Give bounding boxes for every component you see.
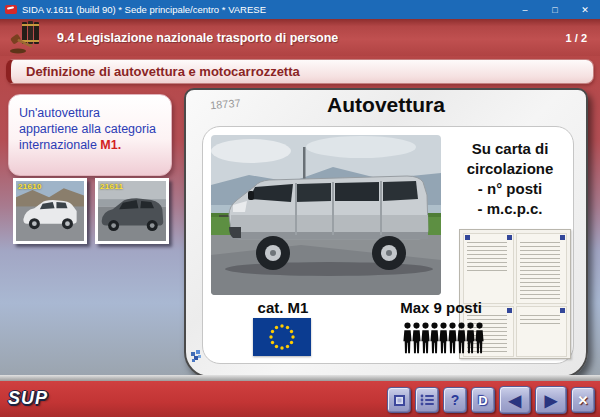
- window-title: SIDA v.1611 (build 90) * Sede principale…: [22, 4, 266, 15]
- close-icon: ✕: [578, 393, 589, 408]
- stop-button[interactable]: [387, 387, 411, 413]
- next-arrow-icon: ▶: [545, 391, 557, 410]
- title-bar: SIDA v.1611 (build 90) * Sede principale…: [0, 0, 600, 19]
- close-window-icon[interactable]: ✕: [570, 0, 600, 19]
- doc-quadrant: [516, 233, 567, 304]
- thumbnail-car-gray[interactable]: 21611: [95, 178, 169, 244]
- maximize-icon[interactable]: □: [540, 0, 570, 19]
- list-icon: [420, 394, 434, 406]
- stop-square-icon: [394, 395, 405, 406]
- footer-bar: SUP ? D ◀: [0, 381, 600, 417]
- slide-panel: 18737 Autovettura: [184, 88, 588, 378]
- lesson-title: 9.4 Legislazione nazionale trasporto di …: [57, 19, 338, 56]
- info-line: circolazione: [447, 159, 573, 179]
- info-line: - n° posti: [447, 179, 573, 199]
- prev-arrow-icon: ◀: [509, 391, 521, 410]
- slide-title: Autovettura: [186, 93, 586, 117]
- thumbnail-car-white[interactable]: 21610: [13, 178, 87, 244]
- lesson-header: 9.4 Legislazione nazionale trasporto di …: [0, 19, 600, 56]
- info-line: - m.c.p.c.: [447, 199, 573, 219]
- slide-content-box: Su carta di circolazione - n° posti - m.…: [202, 126, 574, 364]
- registration-info-text: Su carta di circolazione - n° posti - m.…: [447, 139, 573, 219]
- person-silhouette-icon: [474, 319, 485, 357]
- help-icon: ?: [451, 392, 460, 408]
- eu-flag-icon: [253, 318, 311, 356]
- footer-buttons: ? D ◀ ▶ ✕: [387, 386, 595, 414]
- gavel-law-icon: [9, 20, 49, 59]
- sidebar-note: Un'autovettura appartiene alla categoria…: [8, 94, 172, 176]
- d-letter-icon: D: [478, 393, 487, 408]
- sida-app-icon: [5, 5, 17, 14]
- note-highlight: M1.: [100, 138, 121, 152]
- page-indicator: 1 / 2: [566, 19, 587, 56]
- thumbnail-number: 21610: [18, 182, 42, 191]
- category-label: cat. M1: [221, 299, 345, 316]
- info-line: Su carta di: [447, 139, 573, 159]
- content-stage: Definizione di autovettura e motocarrozz…: [0, 56, 600, 381]
- note-text: Un'autovettura appartiene alla categoria…: [19, 106, 156, 152]
- application-window: SIDA v.1611 (build 90) * Sede principale…: [0, 0, 600, 417]
- window-controls: – □ ✕: [510, 0, 600, 19]
- max-seats-label: Max 9 posti: [353, 299, 529, 316]
- seat-silhouettes: [355, 319, 531, 359]
- sup-logo: SUP: [8, 388, 48, 409]
- sidebar-thumbnails: 21610 21611: [13, 178, 169, 244]
- minimize-icon[interactable]: –: [510, 0, 540, 19]
- panel-watermark-icon: [190, 348, 203, 367]
- doc-quadrant: [463, 233, 514, 304]
- previous-slide-button[interactable]: ◀: [499, 386, 531, 414]
- minivan-photo: [211, 135, 441, 295]
- thumbnail-number: 21611: [100, 182, 123, 191]
- index-button[interactable]: [415, 387, 439, 413]
- slide-subtitle-bar: Definizione di autovettura e motocarrozz…: [6, 59, 594, 84]
- next-slide-button[interactable]: ▶: [535, 386, 567, 414]
- exit-button[interactable]: ✕: [571, 387, 595, 413]
- definitions-button[interactable]: D: [471, 387, 495, 413]
- help-button[interactable]: ?: [443, 387, 467, 413]
